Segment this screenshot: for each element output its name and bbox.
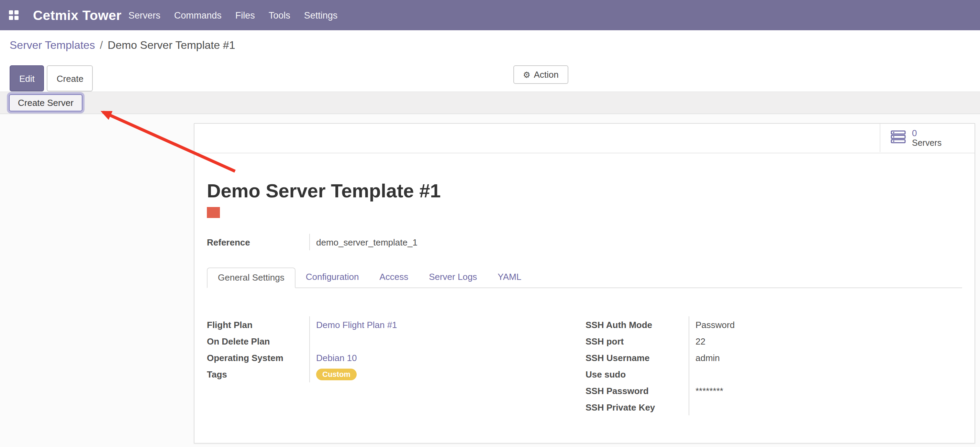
stat-label: Servers <box>912 138 942 148</box>
tags-label: Tags <box>207 369 309 379</box>
breadcrumb-parent-link[interactable]: Server Templates <box>10 39 95 51</box>
apps-grid-icon[interactable] <box>9 10 19 20</box>
tab-yaml[interactable]: YAML <box>487 268 531 287</box>
operating-system-link[interactable]: Debian 10 <box>316 353 357 363</box>
notebook-tabs: General Settings Configuration Access Se… <box>207 268 962 288</box>
flight-plan-link[interactable]: Demo Flight Plan #1 <box>316 319 397 330</box>
form-fields: Flight Plan Demo Flight Plan #1 On Delet… <box>207 316 962 415</box>
sheet-body: Demo Server Template #1 Reference demo_s… <box>194 179 975 415</box>
action-button-label: Action <box>534 69 559 80</box>
on-delete-plan-value <box>309 333 585 350</box>
tags-value: Custom <box>309 366 585 382</box>
color-swatch <box>207 207 220 218</box>
form-sheet: 0 Servers Demo Server Template #1 Refere… <box>194 123 975 444</box>
breadcrumb-current: Demo Server Template #1 <box>108 39 235 51</box>
button-box: 0 Servers <box>194 124 975 153</box>
app-brand[interactable]: Cetmix Tower <box>33 7 122 23</box>
app-window: Cetmix Tower Servers Commands Files Tool… <box>0 0 980 447</box>
use-sudo-label: Use sudo <box>585 369 689 379</box>
field-row-ssh-password: SSH Password ******** <box>585 382 962 399</box>
stat-value: 0 <box>912 128 917 138</box>
ssh-auth-mode-value: Password <box>689 316 962 333</box>
on-delete-plan-label: On Delete Plan <box>207 336 309 346</box>
field-row-tags: Tags Custom <box>207 366 585 382</box>
ssh-password-value: ******** <box>689 382 962 399</box>
field-row-ssh-private-key: SSH Private Key <box>585 399 962 415</box>
record-title: Demo Server Template #1 <box>207 179 962 203</box>
ssh-username-value: admin <box>689 350 962 366</box>
stat-text: 0 Servers <box>912 128 942 148</box>
field-row-ssh-port: SSH port 22 <box>585 333 962 350</box>
form-toolbar: Edit Create ⚙ Action <box>0 61 980 91</box>
ssh-username-label: SSH Username <box>585 353 689 363</box>
field-row-ssh-username: SSH Username admin <box>585 350 962 366</box>
breadcrumb: Server Templates / Demo Server Template … <box>0 30 980 61</box>
tab-general-settings[interactable]: General Settings <box>207 268 296 288</box>
flight-plan-label: Flight Plan <box>207 319 309 330</box>
use-sudo-value <box>689 366 962 382</box>
ssh-port-label: SSH port <box>585 336 689 346</box>
nav-item-files[interactable]: Files <box>229 10 262 20</box>
gear-icon: ⚙ <box>523 70 531 79</box>
edit-button[interactable]: Edit <box>10 65 45 91</box>
action-button[interactable]: ⚙ Action <box>513 65 568 84</box>
field-row-flight-plan: Flight Plan Demo Flight Plan #1 <box>207 316 585 333</box>
top-navbar: Cetmix Tower Servers Commands Files Tool… <box>0 0 980 30</box>
tab-server-logs[interactable]: Server Logs <box>418 268 487 287</box>
flight-plan-value: Demo Flight Plan #1 <box>309 316 585 333</box>
operating-system-label: Operating System <box>207 353 309 363</box>
field-group-left: Flight Plan Demo Flight Plan #1 On Delet… <box>207 316 585 415</box>
reference-label: Reference <box>207 237 309 247</box>
action-bar: Create Server <box>0 91 980 114</box>
ssh-port-value: 22 <box>689 333 962 350</box>
field-row-use-sudo: Use sudo <box>585 366 962 382</box>
reference-row: Reference demo_server_template_1 <box>207 234 962 250</box>
servers-stat-button[interactable]: 0 Servers <box>880 124 975 152</box>
nav-item-tools[interactable]: Tools <box>262 10 297 20</box>
tab-configuration[interactable]: Configuration <box>296 268 369 287</box>
tab-access[interactable]: Access <box>369 268 418 287</box>
reference-value: demo_server_template_1 <box>309 234 962 250</box>
ssh-private-key-value <box>689 399 962 415</box>
nav-item-commands[interactable]: Commands <box>167 10 229 20</box>
field-row-operating-system: Operating System Debian 10 <box>207 350 585 366</box>
tag-custom: Custom <box>316 368 357 380</box>
server-stack-icon <box>890 130 907 146</box>
create-server-button[interactable]: Create Server <box>9 94 83 112</box>
field-row-on-delete-plan: On Delete Plan <box>207 333 585 350</box>
field-row-ssh-auth-mode: SSH Auth Mode Password <box>585 316 962 333</box>
nav-item-servers[interactable]: Servers <box>122 10 167 20</box>
create-button[interactable]: Create <box>47 65 93 91</box>
field-group-right: SSH Auth Mode Password SSH port 22 SSH U… <box>585 316 962 415</box>
content-area: 0 Servers Demo Server Template #1 Refere… <box>0 114 980 447</box>
ssh-password-label: SSH Password <box>585 385 689 396</box>
ssh-private-key-label: SSH Private Key <box>585 402 689 412</box>
ssh-auth-mode-label: SSH Auth Mode <box>585 319 689 330</box>
breadcrumb-separator: / <box>100 39 103 51</box>
nav-item-settings[interactable]: Settings <box>297 10 345 20</box>
operating-system-value: Debian 10 <box>309 350 585 366</box>
